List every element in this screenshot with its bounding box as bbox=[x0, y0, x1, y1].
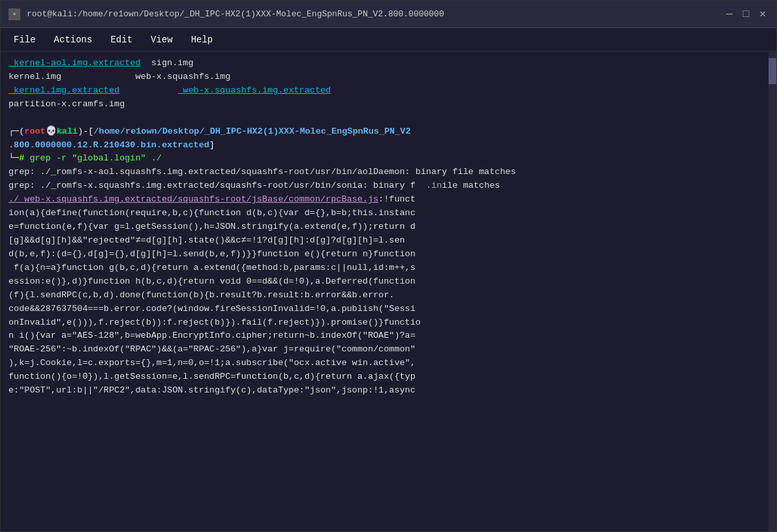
scrollbar-thumb[interactable] bbox=[769, 58, 776, 84]
title-bar-text: root@kali:/home/re1own/Desktop/_DH_IPC-H… bbox=[27, 9, 717, 19]
maximize-button[interactable]: □ bbox=[740, 9, 752, 20]
scrollbar[interactable] bbox=[769, 52, 776, 531]
close-button[interactable]: ✕ bbox=[757, 9, 769, 20]
menu-actions[interactable]: Actions bbox=[46, 32, 100, 48]
menu-bar: File Actions Edit View Help bbox=[1, 28, 776, 52]
menu-file[interactable]: File bbox=[6, 32, 44, 48]
menu-edit[interactable]: Edit bbox=[102, 32, 140, 48]
terminal-window: ▪ root@kali:/home/re1own/Desktop/_DH_IPC… bbox=[0, 0, 777, 532]
menu-view[interactable]: View bbox=[143, 32, 181, 48]
title-bar-buttons: — □ ✕ bbox=[724, 9, 769, 20]
terminal-output: _kernel-aol.img.extracted sign.img kerne… bbox=[8, 57, 769, 398]
terminal-body[interactable]: _kernel-aol.img.extracted sign.img kerne… bbox=[1, 52, 776, 531]
terminal-icon: ▪ bbox=[8, 8, 20, 20]
title-bar: ▪ root@kali:/home/re1own/Desktop/_DH_IPC… bbox=[1, 1, 776, 28]
menu-help[interactable]: Help bbox=[183, 32, 221, 48]
minimize-button[interactable]: — bbox=[724, 9, 735, 20]
